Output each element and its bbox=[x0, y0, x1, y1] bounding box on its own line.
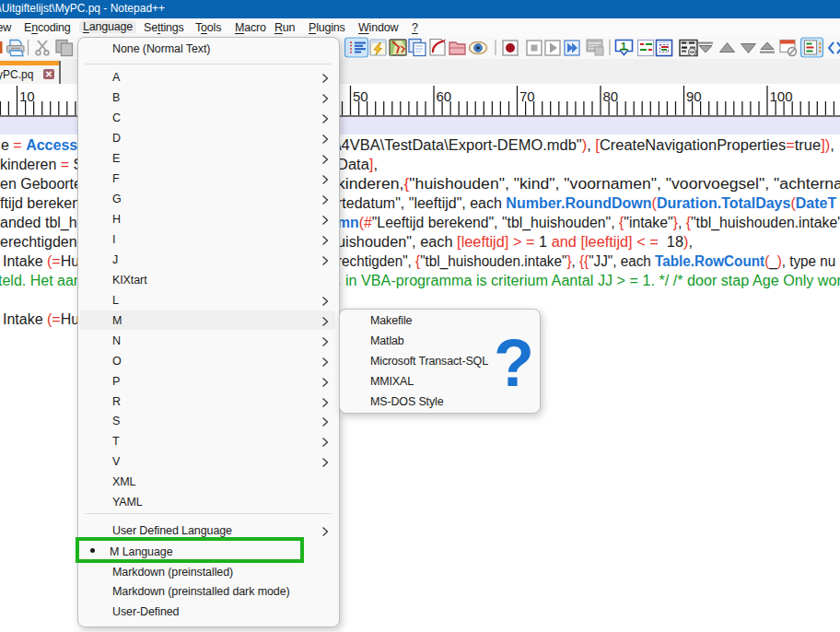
svg-text:100: 100 bbox=[770, 88, 793, 104]
svg-text:50: 50 bbox=[353, 88, 368, 104]
svg-text:60: 60 bbox=[437, 88, 452, 104]
svg-text:90: 90 bbox=[686, 88, 702, 104]
svg-text:80: 80 bbox=[603, 88, 619, 104]
svg-text:70: 70 bbox=[519, 88, 535, 104]
svg-text:10: 10 bbox=[19, 88, 35, 104]
